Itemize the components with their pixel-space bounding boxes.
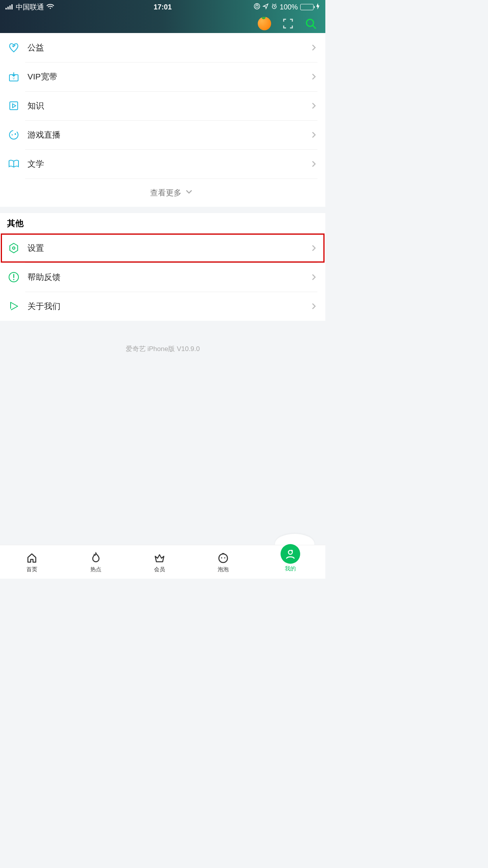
menu-item-label: 知识 (28, 100, 310, 111)
see-more-label: 查看更多 (150, 188, 182, 198)
svg-point-16 (219, 554, 227, 563)
menu-item-help[interactable]: 帮助反馈 (0, 263, 325, 292)
chevron-right-icon (310, 274, 317, 281)
menu-item-literature[interactable]: 文学 (0, 149, 325, 178)
nav-label: 会员 (154, 566, 165, 573)
crown-icon (153, 551, 166, 565)
play-triangle-icon (8, 300, 20, 312)
scan-icon[interactable] (282, 18, 294, 29)
svg-point-11 (9, 131, 18, 139)
menu-item-label: 设置 (28, 243, 310, 254)
carrier-label: 中国联通 (16, 2, 44, 12)
nav-label: 热点 (90, 566, 101, 573)
gamepad-icon (8, 129, 20, 141)
tv-download-icon: V (8, 71, 20, 83)
chevron-right-icon (310, 102, 317, 109)
svg-rect-0 (6, 8, 7, 9)
exclamation-circle-icon (8, 271, 20, 283)
menu-item-about[interactable]: 关于我们 (0, 292, 325, 321)
signal-icon (6, 3, 13, 11)
menu-item-label: VIP宽带 (28, 71, 310, 82)
fire-icon (89, 551, 103, 565)
nav-item-hot[interactable]: 热点 (89, 551, 103, 573)
section-header-other: 其他 (0, 213, 325, 234)
search-icon[interactable] (305, 18, 317, 29)
profile-fab (281, 544, 300, 564)
play-rect-icon (8, 100, 20, 112)
chevron-right-icon (310, 303, 317, 310)
battery-icon (300, 4, 314, 10)
wifi-icon (46, 3, 54, 11)
alarm-icon (271, 3, 277, 11)
status-bar: 中国联通 17:01 100% (0, 0, 325, 14)
book-icon (8, 158, 20, 170)
location-icon (262, 3, 269, 11)
home-icon (25, 551, 39, 565)
see-more-button[interactable]: 查看更多 (25, 178, 317, 207)
section-title: 其他 (7, 218, 24, 229)
menu-item-label: 关于我们 (28, 301, 310, 312)
svg-rect-2 (9, 6, 11, 9)
nav-item-home[interactable]: 首页 (25, 551, 39, 573)
chevron-right-icon (310, 73, 317, 80)
svg-point-4 (50, 7, 51, 9)
menu-item-label: 游戏直播 (28, 129, 310, 140)
svg-rect-3 (11, 4, 13, 9)
svg-point-18 (224, 557, 226, 558)
menu-item-vip-broadband[interactable]: V VIP宽带 (0, 62, 325, 91)
menu-item-label: 公益 (28, 42, 310, 53)
battery-pct: 100% (280, 3, 298, 11)
svg-point-12 (12, 134, 13, 136)
nav-curve (275, 534, 314, 546)
nav-label: 泡泡 (218, 566, 229, 573)
section-gap (0, 207, 325, 213)
nav-item-mine[interactable]: 我的 (281, 552, 300, 572)
menu-group-other: 设置 帮助反馈 关于我们 (0, 234, 325, 321)
charging-icon (316, 3, 320, 11)
app-header (0, 14, 325, 33)
svg-point-19 (288, 550, 292, 554)
menu-group-services: 公益 V VIP宽带 知识 游戏直播 文学 (0, 33, 325, 207)
svg-point-13 (13, 247, 15, 249)
chevron-right-icon (310, 160, 317, 167)
menu-item-label: 文学 (28, 158, 310, 169)
menu-item-charity[interactable]: 公益 (0, 33, 325, 62)
menu-item-label: 帮助反馈 (28, 272, 310, 283)
svg-point-15 (13, 279, 14, 280)
bottom-nav: 首页 热点 会员 泡泡 我的 (0, 545, 325, 579)
svg-rect-10 (10, 102, 18, 110)
gear-icon (8, 242, 20, 254)
menu-item-knowledge[interactable]: 知识 (0, 91, 325, 120)
svg-text:V: V (13, 77, 15, 80)
orientation-lock-icon (254, 3, 260, 11)
nav-item-paopao[interactable]: 泡泡 (216, 551, 230, 573)
app-version-label: 爱奇艺 iPhone版 V10.9.0 (0, 321, 325, 381)
chevron-right-icon (310, 44, 317, 51)
menu-item-game-live[interactable]: 游戏直播 (0, 120, 325, 149)
clock: 17:01 (154, 3, 172, 11)
svg-point-17 (221, 557, 222, 558)
face-icon (216, 551, 230, 565)
heart-icon (8, 42, 20, 53)
chevron-down-icon (185, 188, 193, 197)
chevron-right-icon (310, 131, 317, 138)
svg-rect-1 (7, 7, 9, 9)
chevron-right-icon (310, 245, 317, 252)
avatar[interactable] (258, 17, 271, 30)
nav-label: 我的 (285, 565, 296, 572)
nav-item-vip[interactable]: 会员 (153, 551, 166, 573)
nav-label: 首页 (26, 566, 37, 573)
menu-item-settings[interactable]: 设置 (0, 234, 325, 263)
